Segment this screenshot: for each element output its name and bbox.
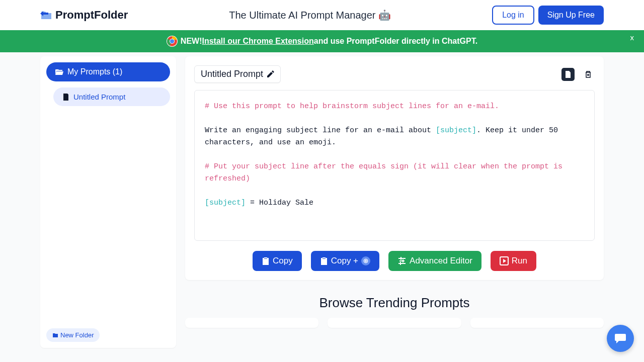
clipboard-icon — [320, 256, 328, 265]
trending-card[interactable] — [328, 318, 461, 328]
chat-icon — [614, 332, 627, 345]
advanced-label: Advanced Editor — [410, 256, 472, 266]
new-folder-label: New Folder — [60, 331, 94, 339]
signup-button[interactable]: Sign Up Free — [538, 6, 604, 25]
advanced-editor-button[interactable]: Advanced Editor — [388, 251, 481, 271]
clipboard-icon — [262, 256, 270, 265]
prompt-card: Untitled Prompt # Use this prompt to hel… — [185, 56, 604, 280]
promo-banner: NEW! Install our Chrome Extension and us… — [0, 30, 644, 52]
delete-button[interactable] — [582, 68, 595, 81]
header: PromptFolder The Ultimate AI Prompt Mana… — [0, 0, 644, 30]
trending-title: Browse Trending Prompts — [185, 295, 604, 311]
trending-card[interactable] — [470, 318, 604, 328]
help-fab[interactable] — [607, 325, 634, 352]
my-prompts-label: My Prompts (1) — [67, 67, 122, 76]
brand-name: PromptFolder — [55, 9, 128, 22]
banner-new: NEW! — [181, 37, 202, 46]
add-button[interactable] — [561, 68, 575, 81]
copy-button[interactable]: Copy — [253, 251, 302, 271]
auth-buttons: Log in Sign Up Free — [492, 6, 604, 25]
copy-ai-label: Copy + — [331, 256, 358, 266]
trash-icon — [584, 70, 592, 78]
banner-close-button[interactable]: x — [630, 33, 634, 42]
trending-cards — [185, 318, 604, 328]
code-line: = Holiday Sale — [246, 199, 313, 207]
folder-arrow-icon — [40, 10, 52, 20]
code-editor[interactable]: # Use this prompt to help brainstorm sub… — [194, 90, 595, 241]
file-plus-icon — [564, 70, 572, 78]
prompt-title: Untitled Prompt — [201, 69, 263, 79]
tagline: The Ultimate AI Prompt Manager 🤖 — [229, 9, 391, 21]
copy-ai-button[interactable]: Copy + — [311, 251, 379, 271]
login-button[interactable]: Log in — [492, 6, 534, 25]
action-buttons: Copy Copy + Advanced Editor Run — [194, 251, 595, 271]
chrome-icon — [167, 36, 178, 47]
folder-plus-icon — [52, 332, 58, 338]
banner-rest: and use PromptFolder directly in ChatGPT… — [314, 37, 477, 46]
sidebar-item-label: Untitled Prompt — [73, 93, 125, 101]
play-icon — [500, 256, 509, 265]
document-icon — [62, 94, 69, 101]
trending-card[interactable] — [185, 318, 318, 328]
edit-icon — [266, 70, 274, 78]
my-prompts-button[interactable]: My Prompts (1) — [46, 62, 170, 81]
copy-label: Copy — [273, 256, 293, 266]
code-comment: # Put your subject line after the equals… — [205, 162, 567, 183]
openai-icon — [361, 256, 370, 265]
sliders-icon — [397, 256, 407, 265]
code-variable: [subject] — [205, 199, 246, 207]
code-line: Write an engaging subject line for an e-… — [205, 126, 436, 135]
run-button[interactable]: Run — [491, 251, 536, 271]
banner-link[interactable]: Install our Chrome Extension — [202, 37, 314, 46]
sidebar: My Prompts (1) Untitled Prompt New Folde… — [40, 56, 176, 348]
sidebar-item-untitled[interactable]: Untitled Prompt — [53, 87, 170, 106]
code-variable: [subject] — [436, 126, 476, 135]
new-folder-button[interactable]: New Folder — [46, 328, 100, 342]
card-header: Untitled Prompt — [194, 65, 595, 83]
run-label: Run — [512, 256, 527, 266]
card-icons — [561, 68, 595, 81]
code-comment: # Use this prompt to help brainstorm sub… — [205, 102, 499, 111]
prompt-title-chip[interactable]: Untitled Prompt — [194, 65, 281, 83]
folder-open-icon — [55, 68, 63, 75]
main-content: Untitled Prompt # Use this prompt to hel… — [176, 52, 644, 348]
logo[interactable]: PromptFolder — [40, 9, 128, 22]
svg-point-3 — [170, 39, 174, 43]
